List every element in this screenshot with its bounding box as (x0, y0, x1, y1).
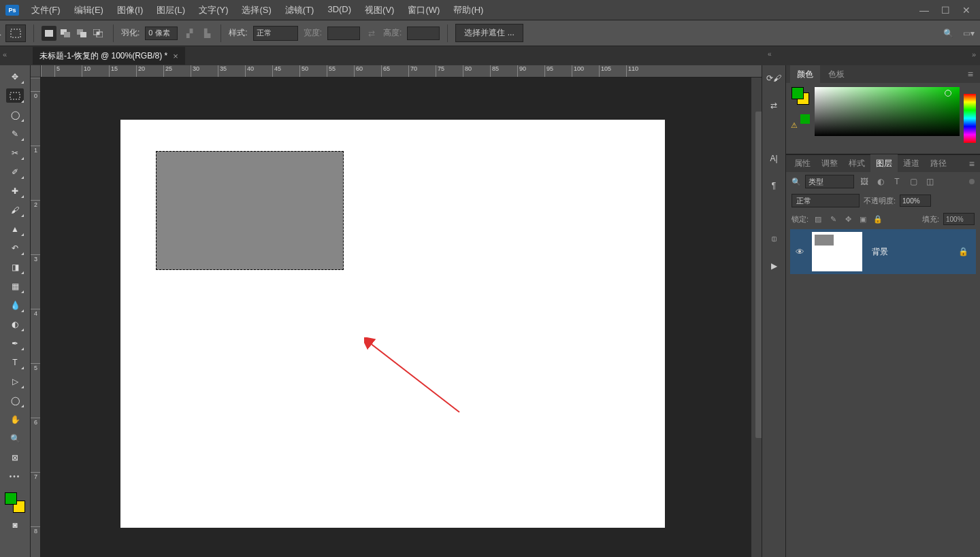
intersect-selection-icon[interactable] (91, 26, 105, 41)
select-and-mask-button[interactable]: 选择并遮住 ... (455, 24, 523, 42)
layer-name[interactable]: 背景 (865, 246, 958, 258)
maximize-icon[interactable]: ☐ (941, 5, 950, 16)
menu-file[interactable]: 文件(F) (24, 0, 67, 20)
dodge-tool-icon[interactable]: ◐ (6, 317, 24, 331)
filter-adjust-icon[interactable]: ◐ (875, 175, 887, 188)
minimize-icon[interactable]: — (919, 5, 929, 16)
menu-image[interactable]: 图像(I) (110, 0, 150, 20)
tab-adjustments[interactable]: 调整 (816, 154, 843, 173)
canvas-scrollbar[interactable] (751, 78, 762, 557)
foreground-color[interactable] (5, 492, 17, 505)
tab-properties[interactable]: 属性 (789, 154, 816, 173)
blend-mode-select[interactable]: 正常 (791, 194, 860, 207)
tab-swatches[interactable]: 色板 (821, 65, 851, 84)
swatches-panel-icon[interactable]: ⎅ (766, 231, 781, 246)
warning-swatch[interactable] (800, 114, 810, 124)
fill-input[interactable]: 100% (943, 213, 975, 225)
pen-tool-icon[interactable]: ✒ (6, 336, 24, 350)
history-panel-icon[interactable]: ⟳🖌 (766, 71, 781, 86)
tab-styles[interactable]: 样式 (843, 154, 870, 173)
zoom-tool-icon[interactable]: 🔍 (6, 431, 24, 445)
fg-bg-swatches[interactable] (5, 492, 25, 513)
new-selection-icon[interactable] (42, 26, 56, 41)
document-tab[interactable]: 未标题-1-恢复的 @ 100%(RGB/8) * × (33, 47, 185, 65)
menu-layer[interactable]: 图层(L) (150, 0, 192, 20)
layer-filter-type[interactable]: 类型 (805, 175, 854, 188)
play-panel-icon[interactable]: ▶ (766, 258, 781, 273)
collapse-left-icon[interactable]: « (3, 50, 7, 58)
color-field[interactable] (815, 87, 960, 136)
lock-paint-icon[interactable]: ✎ (828, 214, 838, 224)
paragraph-panel-icon[interactable]: ¶ (766, 178, 781, 193)
layers-panel-menu-icon[interactable]: ≡ (969, 158, 977, 169)
tab-layers[interactable]: 图层 (870, 154, 898, 173)
menu-type[interactable]: 文字(Y) (192, 0, 235, 20)
hue-slider[interactable] (964, 94, 976, 143)
search-icon[interactable]: 🔍 (942, 27, 954, 39)
close-tab-icon[interactable]: × (173, 51, 178, 61)
type-tool-icon[interactable]: T (6, 355, 24, 369)
lock-all-icon[interactable]: 🔒 (872, 214, 883, 224)
filter-smart-icon[interactable]: ◫ (924, 175, 936, 188)
quick-select-tool-icon[interactable]: ✎ (6, 126, 24, 141)
brush-tool-icon[interactable]: 🖌 (6, 203, 24, 217)
lock-artboard-icon[interactable]: ▣ (858, 214, 868, 224)
gradient-tool-icon[interactable]: ▦ (6, 279, 24, 293)
filter-image-icon[interactable]: 🖼 (858, 175, 870, 188)
crop-tool-icon[interactable]: ✂ (6, 146, 24, 160)
layer-lock-icon[interactable]: 🔒 (958, 247, 976, 256)
menu-select[interactable]: 选择(S) (235, 0, 278, 20)
brush-panel-icon[interactable]: ⇄ (766, 98, 781, 113)
canvas[interactable] (120, 120, 665, 528)
hand-tool-icon[interactable]: ✋ (6, 412, 24, 426)
menu-edit[interactable]: 编辑(E) (67, 0, 110, 20)
collapse-panels-icon[interactable]: « (768, 50, 772, 58)
lasso-tool-icon[interactable]: ◯ (6, 107, 24, 122)
shape-tool-icon[interactable]: ◯ (6, 393, 24, 407)
eyedropper-tool-icon[interactable]: ✐ (6, 165, 24, 179)
filter-toggle-icon[interactable] (969, 179, 975, 184)
close-icon[interactable]: ✕ (962, 5, 970, 16)
menu-3d[interactable]: 3D(D) (321, 0, 358, 20)
layer-visibility-icon[interactable]: 👁 (790, 247, 809, 257)
stamp-tool-icon[interactable]: ▲ (6, 222, 24, 236)
history-brush-tool-icon[interactable]: ↶ (6, 241, 24, 255)
lock-transparent-icon[interactable]: ▨ (813, 214, 823, 224)
tab-channels[interactable]: 通道 (898, 154, 925, 173)
collapse-right-icon[interactable]: » (972, 50, 976, 58)
panel-menu-icon[interactable]: ≡ (968, 69, 976, 80)
style-select[interactable]: 正常 (253, 26, 298, 41)
marquee-tool-icon[interactable] (6, 88, 24, 103)
menu-window[interactable]: 窗口(W) (401, 0, 446, 20)
antialias-icon-2[interactable]: ▙ (201, 27, 213, 39)
mirror-tool-icon[interactable]: ⊠ (6, 450, 24, 465)
layer-thumbnail[interactable] (812, 232, 862, 271)
menu-filter[interactable]: 滤镜(T) (278, 0, 321, 20)
add-selection-icon[interactable] (58, 26, 73, 41)
tool-preset-icon[interactable] (5, 24, 26, 42)
color-swatches-mini[interactable] (791, 87, 809, 105)
lock-position-icon[interactable]: ✥ (843, 214, 853, 224)
path-select-tool-icon[interactable]: ▷ (6, 374, 24, 388)
filter-shape-icon[interactable]: ▢ (907, 175, 919, 188)
eraser-tool-icon[interactable]: ◨ (6, 260, 24, 274)
antialias-icon[interactable]: ▞ (183, 27, 195, 39)
quickmask-icon[interactable]: ◙ (6, 518, 24, 532)
menu-view[interactable]: 视图(V) (358, 0, 401, 20)
tab-paths[interactable]: 路径 (925, 154, 952, 173)
blur-tool-icon[interactable]: 💧 (6, 298, 24, 312)
workspace-icon[interactable]: ▭▾ (962, 27, 975, 39)
more-tools-icon[interactable]: ••• (6, 469, 24, 484)
menu-help[interactable]: 帮助(H) (446, 0, 490, 20)
tab-color[interactable]: 颜色 (790, 65, 820, 84)
healing-tool-icon[interactable]: ✚ (6, 184, 24, 198)
svg-rect-8 (97, 32, 99, 35)
opacity-input[interactable]: 100% (900, 195, 931, 207)
mini-fg-color[interactable] (791, 87, 804, 99)
filter-text-icon[interactable]: T (891, 175, 903, 188)
character-panel-icon[interactable]: A| (766, 151, 781, 166)
layer-row[interactable]: 👁 背景 🔒 (790, 229, 976, 274)
subtract-selection-icon[interactable] (74, 26, 89, 41)
move-tool-icon[interactable]: ✥ (6, 69, 24, 84)
feather-input[interactable] (145, 27, 178, 40)
